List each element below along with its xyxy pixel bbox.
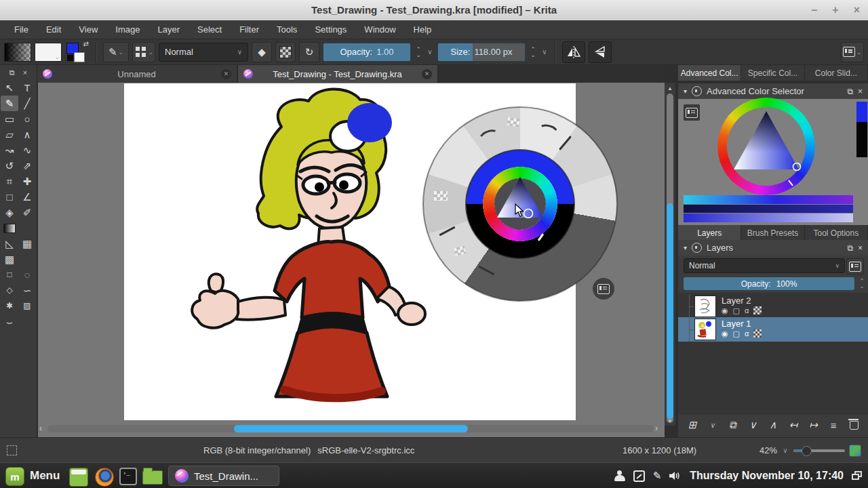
gradient-chooser[interactable]: ⌄ bbox=[4, 43, 31, 62]
dock-tab-color-sliders[interactable]: Color Slid... bbox=[805, 65, 868, 81]
lock-icon[interactable]: ▢ bbox=[733, 306, 740, 315]
dock-tab-layers[interactable]: Layers bbox=[678, 225, 741, 241]
visibility-icon[interactable]: ◉ bbox=[722, 306, 728, 315]
volume-icon[interactable] bbox=[669, 471, 682, 481]
layer-row-layer1[interactable]: Layer 1 ◉ ▢ α bbox=[678, 317, 868, 342]
black-color-swatch[interactable] bbox=[66, 54, 74, 62]
size-spinner[interactable]: ⌃⌄ bbox=[529, 47, 537, 58]
measure-tool[interactable]: ∠ bbox=[18, 189, 36, 205]
inherit-alpha-icon[interactable] bbox=[753, 306, 762, 314]
layer-thumbnail[interactable] bbox=[694, 319, 716, 340]
show-desktop-icon[interactable] bbox=[69, 468, 88, 487]
float-docker-icon[interactable]: ⧉ bbox=[847, 243, 853, 253]
rectangle-tool[interactable]: ▭ bbox=[1, 111, 18, 127]
perspective-grid-tool[interactable]: ▦ bbox=[18, 236, 36, 251]
vertical-scroll-thumb[interactable] bbox=[667, 203, 673, 419]
polygonal-selection-tool[interactable]: ◇ bbox=[1, 283, 18, 298]
lock-icon[interactable]: ▢ bbox=[733, 329, 740, 338]
last-color-swatch[interactable] bbox=[856, 102, 867, 122]
layer-properties-button[interactable]: ≡ bbox=[825, 417, 842, 433]
move-layer-up-button[interactable]: ∧ bbox=[765, 417, 781, 433]
brush-preset-chooser-button[interactable]: ⌄ bbox=[132, 42, 155, 62]
add-layer-button[interactable]: ⊞ bbox=[684, 417, 701, 433]
maximize-button[interactable]: + bbox=[832, 4, 838, 16]
opacity-dropdown-icon[interactable]: ∨ bbox=[426, 48, 434, 56]
multibrush-tool[interactable]: ⇗ bbox=[18, 158, 36, 174]
minimize-button[interactable]: – bbox=[811, 4, 817, 16]
duplicate-layer-button[interactable]: ⧉ bbox=[724, 417, 741, 433]
dock-tab-tool-options[interactable]: Tool Options bbox=[805, 225, 868, 241]
similar-color-selection-tool[interactable]: ▨ bbox=[18, 298, 36, 314]
previous-color-swatch[interactable] bbox=[856, 122, 867, 157]
opacity-spinner[interactable]: ⌃⌄ bbox=[414, 47, 422, 58]
dynamic-brush-tool[interactable]: ↺ bbox=[1, 158, 18, 174]
toolbox-float-icon[interactable]: ⧉ bbox=[9, 68, 15, 77]
taskbar-krita-button[interactable]: Test_Drawin... bbox=[168, 466, 279, 486]
zoom-slider-knob[interactable] bbox=[802, 446, 812, 456]
layer-row-layer2[interactable]: Layer 2 ◉ ▢ α bbox=[678, 294, 868, 319]
tab-test-drawing[interactable]: Test_Drawing - Test_Drawing.kra ✕ bbox=[238, 65, 439, 83]
value-strip[interactable] bbox=[684, 214, 853, 222]
color-managed-icon[interactable] bbox=[849, 445, 861, 457]
assistants-tool[interactable]: ◺ bbox=[1, 236, 18, 251]
polyline-tool[interactable]: ∧ bbox=[18, 127, 36, 142]
saturation-strip[interactable] bbox=[684, 205, 853, 213]
bezier-curve-tool[interactable]: ↝ bbox=[1, 142, 18, 158]
visibility-icon[interactable]: ◉ bbox=[722, 329, 728, 338]
toolbox-close-icon[interactable]: × bbox=[23, 68, 27, 77]
clock[interactable]: Thursday November 10, 17:40 bbox=[690, 470, 844, 482]
text-tool[interactable]: T bbox=[18, 80, 36, 96]
mirror-vertical-button[interactable] bbox=[589, 41, 612, 63]
move-tool[interactable]: ✚ bbox=[18, 174, 36, 189]
close-docker-icon[interactable]: × bbox=[858, 87, 863, 96]
layers-header[interactable]: ▾ Layers ⧉ × bbox=[678, 240, 868, 256]
layer-options-button[interactable] bbox=[846, 258, 864, 274]
horizontal-scrollbar[interactable]: ‹ › bbox=[38, 422, 665, 437]
mint-menu-icon[interactable]: m bbox=[5, 467, 24, 486]
inherit-alpha-icon[interactable] bbox=[753, 329, 762, 338]
tab-close-icon[interactable]: ✕ bbox=[422, 69, 432, 79]
alpha-lock-icon[interactable]: α bbox=[745, 329, 749, 338]
crop-tool[interactable]: ⌗ bbox=[1, 174, 18, 189]
advanced-color-selector[interactable] bbox=[678, 99, 868, 225]
menu-edit[interactable]: Edit bbox=[37, 20, 70, 39]
dock-tab-advanced-color[interactable]: Advanced Col... bbox=[678, 65, 741, 81]
transform-frame-tool[interactable]: □ bbox=[1, 189, 18, 205]
fill-tool[interactable]: ◈ bbox=[1, 205, 18, 220]
docker-lock-icon[interactable] bbox=[692, 243, 702, 253]
opacity-slider[interactable]: Opacity: 1.00 bbox=[323, 43, 411, 62]
preserve-alpha-button[interactable] bbox=[275, 42, 296, 62]
canvas-page[interactable] bbox=[124, 83, 576, 420]
krita-tray-icon[interactable]: ✎ bbox=[653, 470, 662, 482]
terminal-icon[interactable]: ›_ bbox=[119, 468, 137, 485]
color-chips[interactable]: ⇄ bbox=[65, 41, 90, 63]
menu-window[interactable]: Window bbox=[355, 20, 404, 39]
move-layer-down-button[interactable]: ∨ bbox=[745, 417, 761, 433]
rectangular-selection-tool[interactable]: □ bbox=[1, 267, 18, 283]
color-selector-settings-button[interactable] bbox=[684, 104, 700, 121]
dock-tab-brush-presets[interactable]: Brush Presets bbox=[741, 225, 804, 241]
contiguous-selection-tool[interactable]: ✱ bbox=[1, 298, 18, 314]
sv-triangle[interactable] bbox=[727, 107, 806, 186]
color-wheel[interactable] bbox=[717, 98, 815, 195]
horizontal-scroll-thumb[interactable] bbox=[234, 425, 468, 432]
selection-mode-icon[interactable] bbox=[7, 445, 17, 455]
hue-strip[interactable] bbox=[684, 195, 853, 204]
pattern-chooser[interactable]: ⌄ bbox=[35, 43, 62, 62]
size-dropdown-icon[interactable]: ∨ bbox=[540, 48, 549, 56]
collapse-icon[interactable]: ▾ bbox=[684, 244, 687, 251]
tablet-tray-icon[interactable] bbox=[633, 470, 645, 482]
tab-unnamed[interactable]: Unnamed ✕ bbox=[37, 65, 238, 83]
background-color-swatch[interactable] bbox=[74, 52, 85, 62]
freehand-path-tool[interactable]: ∿ bbox=[18, 142, 36, 158]
reload-preset-button[interactable]: ↻ bbox=[299, 42, 319, 62]
title-bar[interactable]: Test_Drawing - Test_Drawing.kra [modifie… bbox=[0, 0, 868, 21]
user-tray-icon[interactable] bbox=[614, 470, 625, 481]
vertical-scrollbar[interactable]: ▲ ▼ bbox=[665, 83, 675, 426]
blend-mode-combo[interactable]: Normal∨ bbox=[159, 43, 248, 62]
grid-tool[interactable]: ▩ bbox=[1, 251, 18, 267]
alpha-lock-icon[interactable]: α bbox=[745, 306, 749, 315]
palette-settings-button[interactable] bbox=[593, 278, 614, 300]
float-docker-icon[interactable]: ⧉ bbox=[847, 87, 853, 96]
delete-layer-button[interactable] bbox=[846, 417, 862, 433]
